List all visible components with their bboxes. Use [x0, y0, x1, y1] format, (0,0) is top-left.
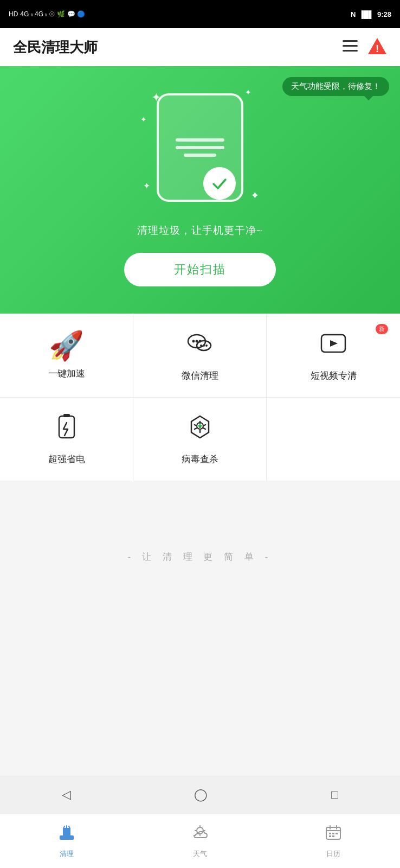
clean-nav-label: 清理: [60, 849, 74, 859]
video-label: 短视频专清: [311, 369, 357, 382]
svg-point-12: [205, 344, 208, 347]
sparkle-2: ✦: [245, 88, 251, 97]
status-right: N ▐█▌ 9:28: [351, 10, 391, 18]
extra-icons: 🌿 💬 🔵: [57, 10, 85, 18]
svg-rect-41: [329, 833, 331, 834]
speed-icon: 🚀: [49, 331, 84, 360]
app-bar-icons: !: [343, 37, 387, 58]
svg-rect-1: [343, 45, 358, 47]
svg-rect-45: [332, 835, 334, 837]
svg-rect-16: [63, 414, 70, 417]
sparkle-4: ✦: [250, 189, 260, 202]
clock: 9:28: [377, 10, 391, 18]
wifi-icon: ⦾: [49, 10, 55, 18]
feature-item-virus[interactable]: 病毒查杀: [133, 398, 267, 481]
slogan-text: - 让 清 理 更 简 单 -: [128, 551, 272, 563]
new-badge: 新: [376, 324, 388, 334]
svg-point-32: [197, 827, 203, 834]
virus-label: 病毒查杀: [182, 453, 218, 465]
sparkle-3: ✦: [143, 181, 150, 191]
phone-body: [157, 93, 243, 202]
home-button[interactable]: ◯: [194, 788, 208, 802]
hero-subtitle: 清理垃圾，让手机更干净~: [137, 224, 263, 238]
battery-icon: ▐█▌: [359, 10, 374, 18]
phone-check-circle: [203, 167, 236, 200]
svg-rect-2: [343, 50, 358, 52]
feature-item-wechat[interactable]: 微信清理: [133, 314, 267, 398]
phone-line-1: [176, 138, 224, 142]
svg-line-21: [203, 428, 205, 429]
weather-nav-icon: [191, 824, 209, 846]
battery-save-icon: [55, 413, 79, 445]
status-left-icons: HD 4G ᵢₗ 4G ᵢₗ ⦾ 🌿 💬 🔵: [9, 10, 85, 18]
hero-section: 天气功能受限，待修复！ ✦ ✦ ✦ ✦ ✦ 清理垃圾，让手机更干净~ 开始扫描: [0, 66, 400, 314]
svg-point-11: [203, 344, 205, 347]
calendar-nav-label: 日历: [326, 849, 340, 859]
app-title: 全民清理大师: [13, 38, 98, 57]
nfc-icon: N: [351, 10, 356, 18]
status-bar: HD 4G ᵢₗ 4G ᵢₗ ⦾ 🌿 💬 🔵 N ▐█▌ 9:28: [0, 0, 400, 28]
signal-icons: 4G ᵢₗ 4G ᵢₗ: [20, 10, 47, 18]
svg-point-10: [200, 344, 202, 347]
feature-item-video[interactable]: 新 短视频专清: [267, 314, 400, 398]
feature-item-battery[interactable]: 超强省电: [0, 398, 133, 481]
wechat-icon: [186, 329, 214, 362]
speed-label: 一键加速: [48, 367, 85, 380]
phone-line-2: [176, 146, 224, 149]
recents-button[interactable]: □: [331, 788, 338, 802]
scan-button[interactable]: 开始扫描: [124, 253, 276, 286]
svg-rect-0: [343, 40, 358, 42]
menu-icon[interactable]: [343, 39, 358, 56]
svg-rect-44: [329, 835, 331, 837]
nav-item-clean[interactable]: 清理: [0, 824, 133, 859]
feature-grid-row2: 超强省电 病毒查杀: [0, 398, 400, 481]
feature-item-empty: [267, 398, 400, 481]
svg-rect-15: [59, 416, 74, 438]
app-bar: 全民清理大师 !: [0, 28, 400, 66]
svg-marker-14: [330, 340, 338, 347]
clean-nav-icon: [57, 824, 76, 846]
svg-point-6: [192, 340, 195, 343]
back-button[interactable]: ◁: [62, 788, 71, 802]
weather-nav-label: 天气: [193, 849, 207, 859]
alert-icon[interactable]: !: [367, 37, 387, 58]
svg-text:!: !: [376, 43, 379, 54]
slogan-section: - 让 清 理 更 简 单 -: [0, 481, 400, 633]
wechat-label: 微信清理: [182, 369, 218, 382]
bottom-nav: 清理 天气: [0, 814, 400, 868]
feature-grid-row1: 🚀 一键加速 微信清理 新: [0, 314, 400, 398]
nav-item-calendar[interactable]: 日历: [267, 824, 400, 859]
battery-label: 超强省电: [48, 453, 85, 465]
weather-tooltip: 天气功能受限，待修复！: [282, 77, 389, 96]
system-nav-bar: ◁ ◯ □: [0, 776, 400, 814]
hd-badge: HD: [9, 10, 18, 18]
svg-rect-42: [332, 833, 334, 834]
feature-item-speed[interactable]: 🚀 一键加速: [0, 314, 133, 398]
svg-line-22: [195, 428, 197, 429]
phone-line-3: [184, 154, 216, 157]
phone-illustration: ✦ ✦ ✦ ✦ ✦: [140, 88, 260, 213]
virus-icon: [186, 413, 214, 445]
calendar-nav-icon: [324, 824, 343, 846]
nav-item-weather[interactable]: 天气: [133, 824, 267, 859]
video-icon: [319, 329, 347, 362]
sparkle-5: ✦: [140, 115, 147, 124]
svg-rect-43: [336, 833, 338, 834]
